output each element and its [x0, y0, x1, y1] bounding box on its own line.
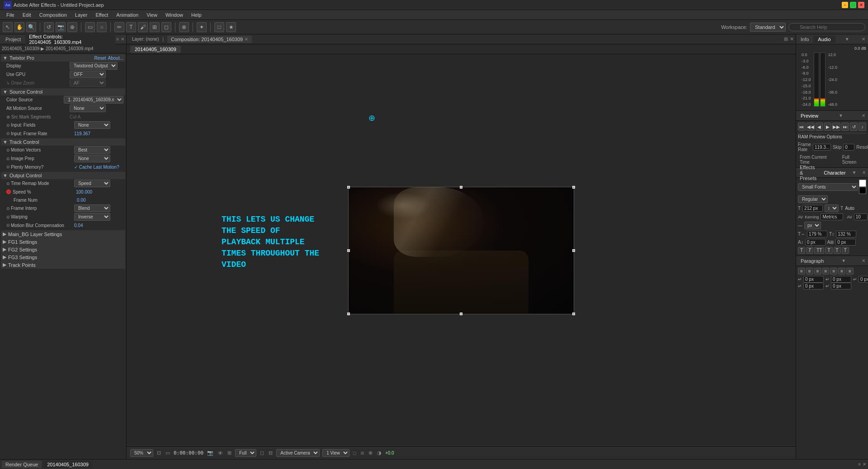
- skip-input[interactable]: [843, 144, 854, 151]
- paragraph-tab[interactable]: Paragraph: [796, 257, 828, 265]
- workspace-dropdown[interactable]: Standard: [750, 23, 786, 32]
- indent-left-input[interactable]: [803, 276, 824, 283]
- twixtor-toggle[interactable]: ▼: [3, 55, 8, 61]
- handle-br[interactable]: [572, 313, 575, 315]
- smallcaps-btn[interactable]: T: [825, 247, 832, 254]
- snapshot-icon[interactable]: 📷: [206, 449, 214, 457]
- zoom-dropdown[interactable]: 50%: [130, 449, 153, 457]
- btn-prev-frame[interactable]: ⏮: [798, 123, 806, 131]
- tool-text[interactable]: T: [126, 22, 136, 32]
- main-bg-toggle[interactable]: ▶: [3, 231, 6, 237]
- shift-input[interactable]: [835, 239, 856, 246]
- info-panel-collapse[interactable]: ▼: [842, 37, 852, 42]
- timeline-comp-tab[interactable]: 20140405_160309: [43, 461, 92, 468]
- handle-bm[interactable]: [460, 313, 462, 315]
- handle-tl[interactable]: [347, 186, 350, 189]
- menu-layer[interactable]: Layer: [71, 11, 91, 19]
- baseline-input[interactable]: [805, 239, 826, 246]
- time-remap-dropdown[interactable]: Speed: [74, 180, 110, 187]
- frame-rate-input[interactable]: [813, 144, 831, 151]
- handle-bl[interactable]: [347, 313, 350, 315]
- align-right-btn[interactable]: ≡: [814, 268, 821, 275]
- tool-clone[interactable]: ⊞: [150, 22, 160, 32]
- transparency-icon[interactable]: ⧈: [360, 449, 365, 457]
- font-dropdown[interactable]: Small Fonts: [798, 183, 858, 191]
- fg2-toggle[interactable]: ▶: [3, 246, 6, 252]
- super-btn[interactable]: T: [834, 247, 841, 254]
- project-tab[interactable]: Project: [2, 36, 24, 43]
- fg2-header[interactable]: ▶ FG2 Settings: [1, 246, 125, 253]
- motion-vectors-dropdown[interactable]: Best: [74, 146, 110, 154]
- tool-zoom[interactable]: 🔍: [26, 22, 36, 32]
- grid-icon[interactable]: ⊞: [226, 449, 232, 457]
- space-before-input[interactable]: [859, 276, 868, 283]
- frame-num-value[interactable]: 0.00: [77, 198, 123, 203]
- character-tab[interactable]: Character: [820, 169, 849, 176]
- effect-controls-tab[interactable]: Effect Controls: 20140405_160309.mp4: [25, 33, 115, 46]
- info-tab[interactable]: Info: [796, 36, 813, 43]
- input-fields-dropdown[interactable]: None: [74, 121, 110, 129]
- overlay-icon[interactable]: □: [352, 450, 357, 457]
- info-panel-expand[interactable]: ✕: [859, 37, 868, 42]
- menu-composition[interactable]: Composition: [36, 11, 71, 19]
- tool-roto[interactable]: ⊗: [179, 22, 189, 32]
- timecode-display[interactable]: 0:00:00:00: [174, 450, 203, 456]
- preview-tab[interactable]: Preview: [796, 112, 823, 119]
- tool-puppet[interactable]: ✦: [197, 22, 207, 32]
- about-button[interactable]: About...: [108, 56, 123, 61]
- comp-name-tab[interactable]: 20140405_160309: [130, 46, 181, 53]
- indent-right-input[interactable]: [831, 276, 851, 283]
- draw-zoom-dropdown[interactable]: AF: [70, 79, 106, 87]
- tool-pan[interactable]: ⊕: [67, 22, 77, 32]
- speed-value[interactable]: 100.000: [76, 189, 123, 194]
- preview-panel-close[interactable]: ✕: [859, 113, 868, 118]
- justify-all-btn[interactable]: ≡: [846, 268, 854, 275]
- tool-eraser[interactable]: ◻: [161, 22, 171, 32]
- panel-menu-icon[interactable]: ≡: [116, 37, 119, 42]
- menu-effect[interactable]: Effect: [92, 11, 112, 19]
- alt-motion-dropdown[interactable]: None: [70, 104, 106, 112]
- btn-back-frame[interactable]: ◀◀: [807, 123, 815, 131]
- motion-blur-value[interactable]: 0.04: [74, 223, 123, 228]
- menu-animation[interactable]: Animation: [113, 11, 142, 19]
- align-left-btn[interactable]: ≡: [798, 268, 805, 275]
- para-panel-collapse[interactable]: ▼: [839, 258, 849, 263]
- tool-shape-star[interactable]: ★: [226, 22, 236, 32]
- tool-mask-rect[interactable]: ▭: [85, 22, 95, 32]
- tool-hand[interactable]: ✋: [14, 22, 24, 32]
- comp-tab[interactable]: Composition: 20140405_160309 ✕: [167, 36, 252, 43]
- para-panel-close[interactable]: ✕: [859, 258, 868, 263]
- fg3-toggle[interactable]: ▶: [3, 254, 6, 260]
- tracking-input[interactable]: [854, 213, 868, 220]
- audio-tab[interactable]: Audio: [813, 36, 835, 43]
- show-icon[interactable]: 👁: [217, 450, 224, 457]
- align-center-btn[interactable]: ≡: [806, 268, 813, 275]
- color-source-dropdown[interactable]: 1. 20140405_160309.m...: [64, 96, 123, 104]
- source-control-header[interactable]: ▼ Source Control: [1, 88, 125, 95]
- panel-close-icon[interactable]: ✕: [121, 37, 124, 42]
- menu-help[interactable]: Help: [188, 11, 205, 19]
- size-input[interactable]: [802, 205, 823, 212]
- preview-panel-collapse[interactable]: ▼: [836, 113, 846, 118]
- maximize-button[interactable]: □: [850, 2, 856, 8]
- fg1-header[interactable]: ▶ FG1 Settings: [1, 238, 125, 246]
- input-frame-rate-value[interactable]: 119.367: [74, 131, 123, 136]
- indent-first-input[interactable]: [803, 283, 824, 289]
- handle-tm[interactable]: [460, 186, 462, 189]
- tl-close-icon[interactable]: ✕: [863, 462, 866, 467]
- search-input[interactable]: [788, 23, 865, 31]
- scale-v-input[interactable]: [836, 231, 856, 237]
- reset-button[interactable]: Reset: [94, 56, 106, 61]
- btn-next-frame[interactable]: ⏭: [841, 123, 849, 131]
- tool-arrow[interactable]: ↖: [3, 22, 13, 32]
- view-icon[interactable]: ⊟: [268, 449, 274, 457]
- effects-panel-collapse[interactable]: ▼: [849, 170, 859, 175]
- btn-play-back[interactable]: ◀: [816, 123, 823, 131]
- kerning-input[interactable]: [821, 213, 843, 220]
- tool-shape-rect[interactable]: □: [214, 22, 224, 32]
- menu-window[interactable]: Window: [162, 11, 187, 19]
- viewer-maximize-icon[interactable]: ⊞: [784, 36, 788, 42]
- tool-rotate[interactable]: ↺: [44, 22, 54, 32]
- full-screen-btn[interactable]: Full Screen: [840, 154, 866, 165]
- quality-dropdown[interactable]: Full: [235, 449, 256, 457]
